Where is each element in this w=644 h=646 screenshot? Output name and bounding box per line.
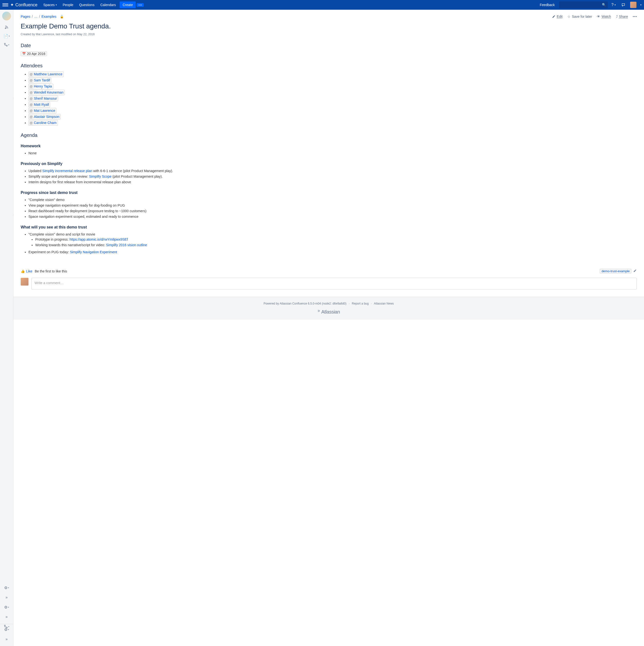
like-row: 👍 Like Be the first to like this demo-tr… — [21, 269, 637, 274]
user-mention[interactable]: @Sam Tardif — [28, 78, 51, 83]
calendar-icon: 📅 — [22, 52, 26, 56]
nav-calendars[interactable]: Calendars — [97, 0, 119, 10]
collapse-icon-2[interactable]: » — [3, 613, 10, 621]
user-mention[interactable]: @Caroline Cham — [28, 120, 58, 126]
previously-heading: Previously on Simplify — [21, 162, 637, 166]
list-item: React dashboard ready for deployment (ex… — [28, 209, 637, 214]
nav-questions[interactable]: Questions — [76, 0, 97, 10]
collapse-icon[interactable]: » — [3, 594, 10, 601]
search-icon: 🔍 — [602, 3, 606, 7]
atlassian-logo[interactable]: Atlassian — [18, 309, 639, 315]
share-button[interactable]: ⤴ Share — [616, 15, 628, 18]
confluence-logo-mark: ✦ — [10, 2, 14, 8]
list-item: Updated Simplify incremental release pla… — [28, 169, 637, 174]
link[interactable]: Simplify Scope — [89, 175, 112, 179]
nav-people[interactable]: People — [60, 0, 76, 10]
main-content: Pages / … / Examples 🔓 Edit ☆ Save for l… — [13, 10, 644, 646]
labels-row: demo-trust-example — [600, 269, 637, 274]
page-body: Date 📅 20 Apr 2016 Attendees @Matthew La… — [21, 36, 637, 257]
breadcrumb-separator: / — [32, 15, 33, 18]
list-item: @Sherif Mansour — [28, 96, 637, 101]
page-byline: Created by Mat Lawrence, last modified o… — [21, 32, 637, 36]
list-item: Space navigation experiment scoped, esti… — [28, 214, 637, 219]
product-name: Confluence — [15, 2, 37, 8]
sidebar-bottom-group-2: ⚙▾ » — [0, 624, 13, 644]
comment-avatar[interactable] — [21, 278, 28, 286]
layout: 📄▾ ▾ ⋮ ⋮ ⚙▾ » ⚙▾ » ▾ ⚙▾ » Pages / … / — [0, 10, 644, 646]
link[interactable]: Simplify 2016 vision outline — [106, 243, 147, 247]
list-item: None — [28, 151, 637, 156]
sidebar-expand-handle[interactable]: ⋮ — [12, 95, 14, 102]
user-menu-caret-icon[interactable]: ▾ — [640, 4, 642, 6]
svg-rect-1 — [4, 43, 5, 44]
help-icon[interactable]: ?▾ — [610, 0, 618, 10]
like-status: Be the first to like this — [35, 269, 67, 273]
unlocked-icon[interactable]: 🔓 — [60, 15, 64, 18]
user-avatar[interactable] — [630, 2, 636, 8]
list-item: "Complete vision" demo and script for mo… — [28, 232, 637, 248]
sidebar: 📄▾ ▾ ⋮ ⋮ ⚙▾ » ⚙▾ » ▾ ⚙▾ » — [0, 10, 13, 646]
footer: Powered by Atlassian Confluence 6.5.0-m0… — [13, 297, 644, 320]
edit-labels-icon[interactable] — [633, 269, 637, 273]
pages-icon[interactable]: 📄▾ — [3, 32, 10, 40]
feedback-link[interactable]: Feedback — [538, 3, 557, 7]
list-item: Experiment on PUG today: Simplify Naviga… — [28, 249, 637, 255]
list-item: @Matt Ryall — [28, 102, 637, 107]
user-mention[interactable]: @Matt Ryall — [28, 102, 50, 107]
breadcrumb-pages[interactable]: Pages — [21, 15, 30, 18]
space-settings-icon[interactable]: ⚙▾ — [3, 584, 10, 591]
comment-row: Write a comment… — [21, 278, 637, 290]
label-tag[interactable]: demo-trust-example — [600, 269, 631, 274]
attendees-heading: Attendees — [21, 63, 637, 69]
notifications-icon[interactable] — [620, 0, 627, 10]
more-actions-button[interactable] — [633, 16, 637, 17]
sidebar-expand-handle-2[interactable]: ⋮ — [12, 211, 14, 219]
caret-down-icon: ▾ — [56, 4, 57, 6]
confluence-logo[interactable]: ✦ Confluence — [10, 2, 37, 8]
configure-icon[interactable]: ⚙▾ — [3, 626, 10, 633]
link[interactable]: https://app.atomic.io/d/rwYm8pwx9SEf — [70, 237, 128, 241]
app-switcher-icon[interactable] — [2, 2, 8, 8]
save-for-later-button[interactable]: ☆ Save for later — [567, 15, 592, 18]
page-tree-icon[interactable]: ▾ — [3, 41, 10, 48]
user-mention[interactable]: @Henry Tapia — [28, 84, 53, 89]
user-mention[interactable]: @Sherif Mansour — [28, 96, 58, 101]
list-item: Interim designs for first release from i… — [28, 180, 637, 185]
homework-heading: Homework — [21, 144, 637, 148]
search-input[interactable] — [559, 1, 608, 8]
user-mention[interactable]: @Alastair Simpson — [28, 114, 61, 120]
create-button[interactable]: Create — [120, 1, 136, 8]
svg-point-0 — [5, 28, 6, 29]
like-button[interactable]: 👍 Like — [21, 269, 32, 273]
watch-button[interactable]: 👁 Watch — [597, 15, 611, 18]
breadcrumb-examples[interactable]: Examples — [41, 15, 56, 18]
report-bug-link[interactable]: Report a bug — [352, 302, 369, 305]
page-actions: Edit ☆ Save for later 👁 Watch ⤴ Share — [552, 15, 637, 18]
list-item: @Caroline Cham — [28, 120, 637, 126]
link[interactable]: Simplify Navigation Experiment — [70, 250, 117, 254]
expand-icon[interactable]: » — [3, 635, 10, 643]
space-logo[interactable] — [2, 12, 11, 20]
edit-button[interactable]: Edit — [552, 15, 562, 18]
atlassian-news-link[interactable]: Atlassian News — [374, 302, 394, 305]
list-item: "Complete vision" demo — [28, 197, 637, 202]
user-mention[interactable]: @Matthew Lawrence — [28, 72, 64, 77]
global-header: ✦ Confluence Spaces▾ People Questions Ca… — [0, 0, 644, 10]
user-mention[interactable]: @Mat Lawrence — [28, 108, 57, 113]
list-item: @Mat Lawrence — [28, 108, 637, 113]
footer-powered: Powered by Atlassian Confluence 6.5.0-m0… — [264, 302, 347, 305]
create-more-button[interactable] — [137, 3, 144, 7]
feed-icon[interactable] — [3, 23, 10, 31]
see-heading: What will you see at this demo trust — [21, 225, 637, 229]
date-lozenge[interactable]: 📅 20 Apr 2016 — [21, 51, 47, 56]
nav-spaces[interactable]: Spaces▾ — [40, 0, 60, 10]
link[interactable]: Simplify incremental release plan — [42, 169, 92, 173]
list-item: @Sam Tardif — [28, 78, 637, 83]
tools-icon[interactable]: ⚙▾ — [3, 603, 10, 611]
breadcrumb-ellipsis[interactable]: … — [34, 15, 38, 18]
user-mention[interactable]: @Wendell Keuneman — [28, 90, 65, 95]
star-icon: ☆ — [567, 15, 570, 18]
header-left: ✦ Confluence Spaces▾ People Questions Ca… — [2, 0, 144, 10]
list-item: Simplify scope and prioritisation review… — [28, 174, 637, 179]
comment-input[interactable]: Write a comment… — [31, 278, 637, 290]
